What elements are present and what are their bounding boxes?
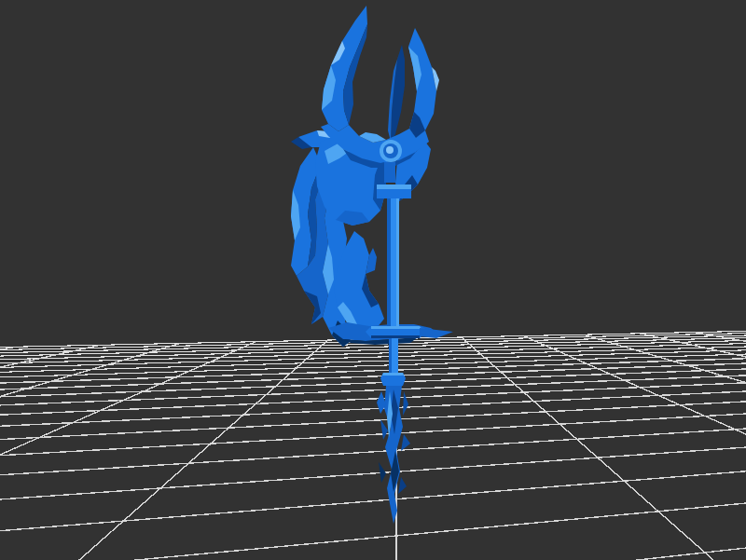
- model-facet-collar-light: [371, 326, 421, 329]
- model-facet-shaft-left-edge: [387, 198, 391, 326]
- model-facet-staff-neck: [384, 162, 395, 183]
- model-facet-guard-main: [377, 189, 411, 198]
- model-facet-knob-light: [382, 373, 404, 376]
- scene-svg: [0, 0, 746, 560]
- model-facet-lower-shaft-edge: [389, 338, 392, 373]
- model-facet-guard-top-light: [377, 184, 411, 189]
- model-hub-dot: [386, 146, 394, 154]
- viewer-canvas[interactable]: [0, 0, 746, 560]
- model-facet-collar-dark: [371, 335, 420, 338]
- viewport-background: [0, 0, 746, 560]
- model-facet-shaft-right-edge: [396, 198, 399, 326]
